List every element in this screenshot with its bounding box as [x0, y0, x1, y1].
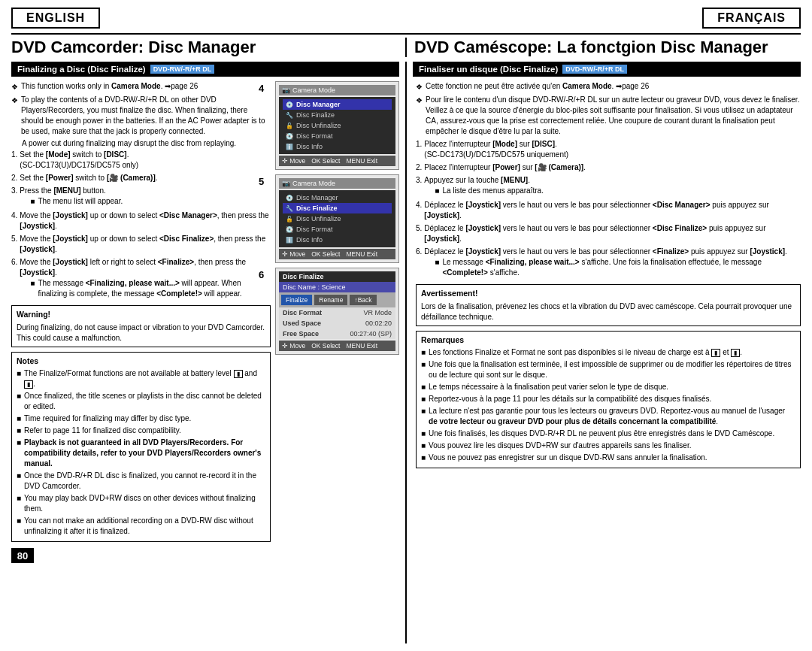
fr-steps-list: 1. Placez l'interrupteur [Mode] sur [DIS…: [416, 139, 801, 280]
header: ENGLISH FRANÇAIS: [11, 8, 801, 29]
notes-box: Notes ■The Finalize/Format functions are…: [11, 352, 271, 543]
sections: Finalizing a Disc (Disc Finalize) DVD-RW…: [11, 62, 801, 643]
screen5-mockup: 📷 Camera Mode 💿 Disc Manager 🔧: [275, 174, 399, 263]
right-main: ❖ Cette fonction ne peut être activée qu…: [413, 81, 801, 643]
screenshots-col: 4 📷 Camera Mode 💿 Disc Manager: [275, 81, 399, 643]
screen6-buttons: Finalize Rename ↑Back: [279, 292, 395, 307]
title-english: DVD Camcorder: Disc Manager: [11, 38, 398, 57]
section-right: Finaliser un disque (Disc Finalize) DVD-…: [413, 62, 801, 643]
screen6-df-header: Disc Finalize: [279, 271, 395, 282]
left-content: ❖ This function works only in Camera Mod…: [11, 81, 399, 643]
fr-step-5: 5. Déplacez le [Joystick] vers le haut o…: [416, 223, 801, 244]
step-5: 5. Move the [Joystick] up or down to sel…: [11, 234, 271, 255]
title-french: DVD Caméscope: La fonctgion Disc Manager: [414, 38, 801, 57]
step-2: 2. Set the [Power] switch to [🎥 (Camera)…: [11, 173, 271, 183]
english-section-header: Finalizing a Disc (Disc Finalize) DVD-RW…: [11, 62, 399, 77]
screen4-container: 4 📷 Camera Mode 💿 Disc Manager: [275, 81, 399, 170]
avertissement-box: Avertissement! Lors de la finalisation, …: [416, 284, 801, 326]
french-label: FRANÇAIS: [702, 8, 801, 29]
steps-list: 1. Set the [Mode] switch to [DISC].(SC-D…: [11, 150, 271, 301]
section-left: Finalizing a Disc (Disc Finalize) DVD-RW…: [11, 62, 399, 643]
used-space-row: Used Space 00:02:20: [279, 318, 395, 329]
remarques-box: Remarques ■Les fonctions Finalize et For…: [416, 331, 801, 469]
fr-step-2: 2. Placez l'interrupteur [Power] sur [🎥 …: [416, 162, 801, 173]
title-divider: [405, 38, 407, 57]
page: ENGLISH FRANÇAIS DVD Camcorder: Disc Man…: [0, 0, 812, 651]
screen4-mockup: 📷 Camera Mode 💿 Disc Manager 🔧: [275, 81, 399, 170]
title-row: DVD Camcorder: Disc Manager DVD Caméscop…: [11, 33, 801, 57]
section-divider: [405, 62, 407, 643]
screen4-menu: 💿 Disc Manager 🔧 Disc Finalize 🔓 Disc U: [279, 97, 395, 154]
warning-box: Warning! During finalizing, do not cause…: [11, 305, 271, 347]
screen5-menu: 💿 Disc Manager 🔧 Disc Finalize 🔓 Disc U: [279, 190, 395, 247]
screen5-nav: ✛ Move OK Select MENU Exit: [279, 249, 395, 259]
right-content: ❖ Cette fonction ne peut être activée qu…: [413, 81, 801, 643]
page-number: 80: [11, 548, 34, 563]
fr-step-6: 6. Déplacez le [Joystick] vers le haut o…: [416, 247, 801, 280]
screen5-header: Camera Mode: [292, 180, 335, 187]
screen5-container: 5 📷 Camera Mode 💿 Disc Manager: [275, 174, 399, 263]
screen6-nav: ✛ Move OK Select MENU Exit: [279, 341, 395, 351]
screen4-number: 4: [259, 83, 264, 94]
step-6: 6. Move the [Joystick] left or right to …: [11, 257, 271, 301]
step-1: 1. Set the [Mode] switch to [DISC].(SC-D…: [11, 150, 271, 171]
french-section-header: Finaliser un disque (Disc Finalize) DVD-…: [413, 62, 801, 77]
intro-bullet-2: ❖ To play the contents of a DVD-RW/-R/+R…: [11, 95, 271, 137]
free-space-row: Free Space 00:27:40 (SP): [279, 329, 395, 339]
screen6-number: 6: [259, 269, 264, 280]
screen4-nav: ✛ Move OK Select MENU Exit: [279, 156, 395, 166]
screen6-container: 6 Disc Finalize Disc Name : Science Fina…: [275, 268, 399, 355]
screen6-mockup: Disc Finalize Disc Name : Science Finali…: [275, 268, 399, 355]
fr-step-3: 3. Appuyez sur la touche [MENU]. ■La lis…: [416, 175, 801, 198]
fr-step-1: 1. Placez l'interrupteur [Mode] sur [DIS…: [416, 139, 801, 160]
left-main: ❖ This function works only in Camera Mod…: [11, 81, 275, 643]
step-3: 3. Press the [MENU] button. ■The menu li…: [11, 186, 271, 208]
finalize-btn[interactable]: Finalize: [281, 295, 312, 305]
screen6-disc-name: Disc Name : Science: [279, 282, 395, 292]
disc-format-row: Disc Format VR Mode: [279, 307, 395, 318]
intro-bullet-1: ❖ This function works only in Camera Mod…: [11, 81, 271, 92]
step-4: 4. Move the [Joystick] up or down to sel…: [11, 210, 271, 232]
screen4-header: Camera Mode: [292, 86, 335, 94]
tback-btn[interactable]: ↑Back: [350, 295, 376, 305]
rename-btn[interactable]: Rename: [314, 295, 347, 305]
english-label: ENGLISH: [11, 8, 100, 29]
fr-step-4: 4. Déplacez le [Joystick] vers le haut o…: [416, 200, 801, 221]
intro-note: A power cut during finalizing may disrup…: [22, 139, 271, 147]
screen5-number: 5: [259, 176, 264, 187]
fr-intro-bullet-2: ❖ Pour lire le contenu d'un disque DVD-R…: [416, 95, 801, 137]
fr-intro-bullet-1: ❖ Cette fonction ne peut être activée qu…: [416, 81, 801, 92]
